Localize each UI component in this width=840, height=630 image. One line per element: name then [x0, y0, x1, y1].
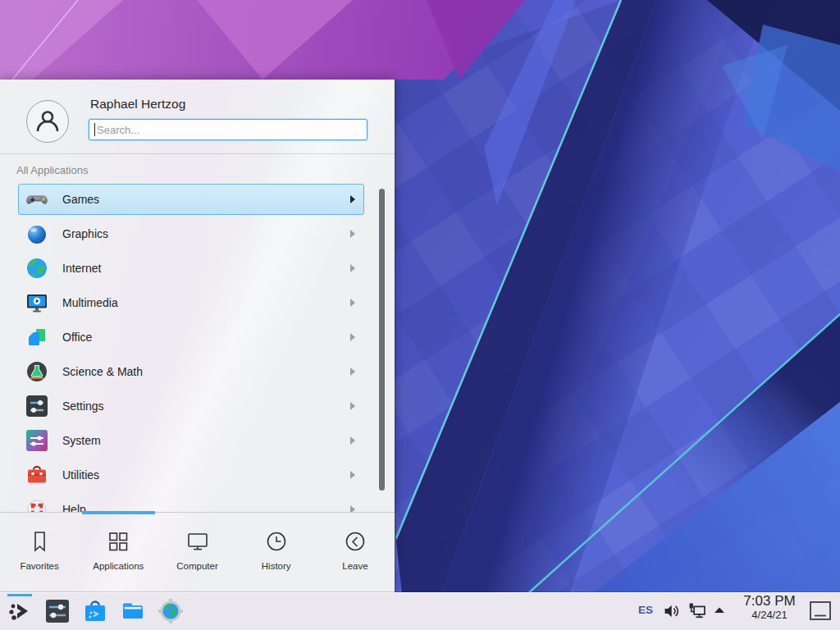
category-label: Utilities — [62, 468, 99, 482]
desktop: Raphael Hertzog All Applications Games — [0, 0, 840, 630]
category-label: Science & Math — [62, 365, 143, 378]
launcher-active-indicator — [7, 594, 32, 596]
multimedia-monitor-icon — [24, 290, 50, 316]
category-settings[interactable]: Settings — [18, 390, 364, 422]
utilities-toolbox-icon — [24, 462, 50, 488]
submenu-arrow-icon — [350, 195, 355, 203]
network-icon[interactable] — [687, 601, 707, 621]
globe-icon — [24, 255, 50, 281]
tab-label: History — [237, 561, 316, 571]
system-settings-icon[interactable] — [44, 598, 71, 624]
submenu-arrow-icon — [350, 299, 355, 307]
category-internet[interactable]: Internet — [18, 253, 364, 284]
tab-favorites[interactable]: Favorites — [0, 513, 79, 593]
search-field-wrap — [89, 119, 368, 140]
gamepad-icon — [24, 186, 50, 212]
digital-clock[interactable]: 7:03 PM 4/24/21 — [733, 594, 806, 621]
category-list: Games Graphics Internet — [0, 178, 377, 512]
tab-label: Favorites — [0, 561, 79, 571]
settings-sliders-icon — [24, 393, 50, 419]
category-multimedia[interactable]: Multimedia — [18, 287, 364, 318]
help-lifebuoy-icon — [24, 496, 50, 512]
category-graphics[interactable]: Graphics — [18, 218, 364, 249]
file-manager-icon[interactable] — [120, 598, 146, 624]
submenu-arrow-icon — [350, 505, 355, 512]
tab-history[interactable]: History — [237, 513, 316, 593]
category-utilities[interactable]: Utilities — [18, 459, 364, 491]
launcher-header: Raphael Hertzog — [0, 80, 395, 154]
submenu-arrow-icon — [350, 471, 355, 479]
text-caret — [94, 123, 95, 136]
category-system[interactable]: System — [18, 425, 364, 456]
volume-icon[interactable] — [663, 601, 682, 621]
show-desktop-icon[interactable] — [810, 601, 831, 620]
history-clock-icon — [264, 529, 289, 554]
taskbar: ES 7:03 PM 4/24/21 — [0, 592, 840, 630]
tab-label: Computer — [158, 561, 236, 571]
kde-launcher-icon[interactable] — [7, 598, 33, 624]
category-label: Settings — [62, 399, 104, 413]
leave-icon — [343, 529, 368, 554]
submenu-arrow-icon — [350, 368, 355, 376]
tab-applications[interactable]: Applications — [79, 513, 158, 593]
section-label: All Applications — [16, 164, 88, 176]
user-avatar-icon[interactable] — [26, 100, 69, 143]
search-input[interactable] — [89, 119, 368, 140]
bookmark-icon — [27, 529, 52, 554]
expand-up-icon[interactable] — [710, 601, 728, 619]
submenu-arrow-icon — [350, 436, 355, 445]
category-label: Graphics — [62, 227, 108, 240]
user-name: Raphael Hertzog — [90, 97, 185, 112]
category-label: Internet — [62, 262, 101, 275]
application-launcher-menu: Raphael Hertzog All Applications Games — [0, 80, 395, 592]
category-label: Multimedia — [62, 296, 118, 309]
keyboard-layout-indicator[interactable]: ES — [638, 604, 653, 616]
category-help[interactable]: Help — [18, 494, 364, 512]
graphics-ball-icon — [24, 221, 50, 247]
category-science-math[interactable]: Science & Math — [18, 356, 364, 387]
category-label: Games — [62, 193, 99, 206]
system-sliders-icon — [24, 427, 50, 454]
submenu-arrow-icon — [350, 230, 355, 238]
clock-date: 4/24/21 — [733, 609, 806, 621]
tab-label: Applications — [79, 561, 158, 571]
science-flask-icon — [24, 358, 50, 385]
launcher-tab-bar: Favorites Applications Computer — [0, 512, 395, 593]
computer-icon — [185, 529, 210, 554]
category-office[interactable]: Office — [18, 322, 364, 353]
submenu-arrow-icon — [350, 333, 355, 341]
tab-leave[interactable]: Leave — [316, 513, 395, 593]
submenu-arrow-icon — [350, 402, 355, 410]
category-games[interactable]: Games — [18, 184, 364, 215]
submenu-arrow-icon — [350, 264, 355, 272]
web-browser-icon[interactable] — [158, 598, 184, 624]
list-scrollbar[interactable] — [379, 189, 385, 491]
clock-time: 7:03 PM — [733, 594, 806, 609]
category-label: Office — [62, 331, 92, 344]
category-label: System — [62, 434, 101, 447]
app-grid-icon — [106, 529, 130, 554]
discover-icon[interactable] — [82, 598, 108, 624]
tab-computer[interactable]: Computer — [158, 513, 236, 593]
tab-label: Leave — [316, 561, 395, 571]
office-documents-icon — [24, 324, 50, 350]
